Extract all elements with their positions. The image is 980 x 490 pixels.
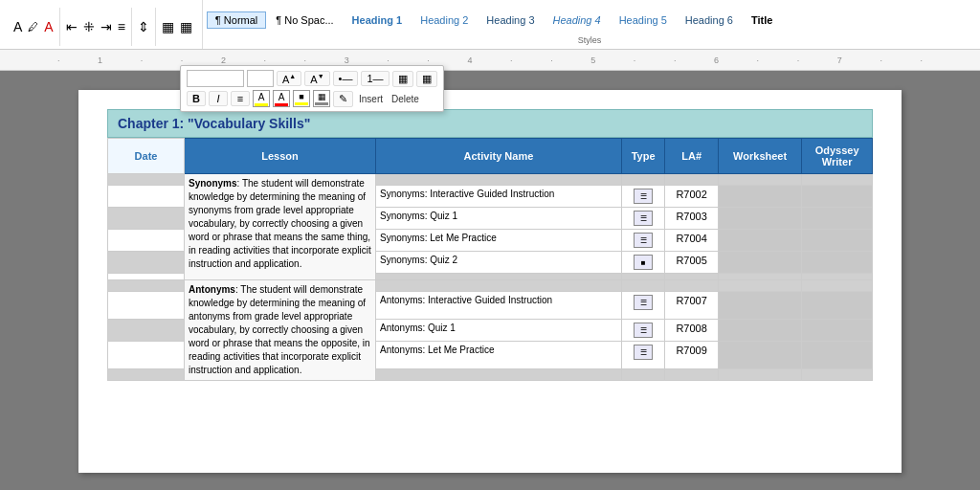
activity-name-cell: Synonyms: Quiz 1 <box>376 208 622 230</box>
activity-name-cell: Synonyms: Quiz 2 <box>376 252 622 274</box>
la-cell: R7002 <box>665 186 719 208</box>
mini-toolbar-row2: B I ≡ A A ■ ▦ ✎ Insert Delete <box>187 90 437 107</box>
la-cell: R7005 <box>665 252 719 274</box>
borders-color-btn[interactable]: ▦ <box>313 90 330 107</box>
table-row: Synonyms: The student will demonstrate k… <box>108 174 873 186</box>
style-heading2-btn[interactable]: Heading 2 <box>412 11 477 29</box>
delete-btn[interactable]: Delete <box>389 93 422 105</box>
style-heading5-btn[interactable]: Heading 5 <box>611 11 676 29</box>
styles-label: Styles <box>207 35 972 45</box>
date-header: Date <box>108 139 185 174</box>
font-grow-btn[interactable]: A▲ <box>277 71 301 87</box>
style-title-btn[interactable]: Title <box>743 11 781 29</box>
style-heading1-btn[interactable]: Heading 1 <box>344 11 412 29</box>
align-btn[interactable]: ≡ <box>231 91 250 106</box>
style-nospace-btn[interactable]: ¶ No Spac... <box>267 11 342 29</box>
insert-btn[interactable]: Insert <box>356 93 386 105</box>
font-color-a-icon[interactable]: A <box>11 17 24 36</box>
style-heading6-btn[interactable]: Heading 6 <box>677 11 742 29</box>
la-header: LA# <box>665 139 719 174</box>
align-center-icon[interactable]: ⁜ <box>81 17 97 36</box>
la-cell: R7007 <box>665 292 719 320</box>
type-header: Type <box>621 139 664 174</box>
bold-btn[interactable]: B <box>187 91 206 106</box>
align-left-icon[interactable]: ⇤ <box>64 17 79 36</box>
la-cell: R7004 <box>665 230 719 252</box>
activity-name-header: Activity Name <box>376 139 622 174</box>
shading-icon[interactable]: ▦ <box>160 17 176 36</box>
data-table: Date Lesson Activity Name Type LA# Works… <box>107 138 873 381</box>
font-color-btn[interactable]: A <box>273 90 290 107</box>
borders-icon[interactable]: ▦ <box>178 17 194 36</box>
table-header-row: Date Lesson Activity Name Type LA# Works… <box>108 139 873 174</box>
worksheet-header: Worksheet <box>718 139 801 174</box>
highlight-color-btn[interactable]: A <box>253 90 270 107</box>
odyssey-writer-header: OdysseyWriter <box>802 139 873 174</box>
antonyms-lesson-text: Antonyms: The student will demonstrate k… <box>189 283 371 377</box>
styles-section: ¶ Normal ¶ No Spac... Heading 1 Heading … <box>203 0 976 49</box>
activity-name-cell: Synonyms: Let Me Practice <box>376 230 622 252</box>
type-icon: ☰ <box>634 233 653 248</box>
type-icon: ☰ <box>634 295 653 310</box>
font-size-input[interactable] <box>247 70 274 87</box>
page-area: Chapter 1: "Vocabulary Skills" Date Less… <box>0 71 980 490</box>
la-cell: R7008 <box>665 320 719 342</box>
font-a-icon[interactable]: A <box>42 17 55 36</box>
bullets-btn[interactable]: •— <box>333 71 359 86</box>
mini-toolbar-row1: A▲ A▼ •— 1— ▦ ▦ <box>187 70 437 87</box>
shading-color-btn[interactable]: ■ <box>293 90 310 107</box>
ribbon: A 🖊 A ⇤ ⁜ ⇥ ≡ ⇕ ▦ ▦ Paragraph ¶ Normal ¶… <box>0 0 980 50</box>
type-icon: ☰ <box>634 323 653 338</box>
la-cell: R7003 <box>665 208 719 230</box>
type-icon: ■ <box>634 255 653 270</box>
highlight-icon[interactable]: 🖊 <box>26 19 40 34</box>
activity-name-cell: Synonyms: Interactive Guided Instruction <box>376 186 622 208</box>
activity-name-cell: Antonyms: Quiz 1 <box>376 320 622 342</box>
style-heading4-btn[interactable]: Heading 4 <box>545 11 610 29</box>
synonyms-lesson-cell: Synonyms: The student will demonstrate k… <box>185 174 376 280</box>
activity-name-cell: Antonyms: Interactive Guided Instruction <box>376 292 622 320</box>
justify-icon[interactable]: ≡ <box>116 17 127 36</box>
style-heading3-btn[interactable]: Heading 3 <box>478 11 543 29</box>
paint-btn[interactable]: ✎ <box>333 91 353 107</box>
synonyms-lesson-text: Synonyms: The student will demonstrate k… <box>189 177 371 271</box>
table2-btn[interactable]: ▦ <box>416 71 437 87</box>
font-shrink-btn[interactable]: A▼ <box>304 71 329 87</box>
chapter-heading: Chapter 1: "Vocabulary Skills" <box>107 109 873 138</box>
activity-name-cell: Antonyms: Let Me Practice <box>376 342 622 369</box>
type-icon: ☰ <box>634 189 653 204</box>
type-icon: ☰ <box>634 211 653 226</box>
ruler-marks: ·1 ·· 2· ·3 ·· 4· ·5 ·· 6· ·7 ·· <box>57 56 923 65</box>
italic-btn[interactable]: I <box>209 91 228 106</box>
antonyms-lesson-cell: Antonyms: The student will demonstrate k… <box>185 280 376 381</box>
la-cell: R7009 <box>665 342 719 369</box>
style-normal-btn[interactable]: ¶ Normal <box>207 11 266 29</box>
table-body: Synonyms: The student will demonstrate k… <box>108 174 873 381</box>
page: Chapter 1: "Vocabulary Skills" Date Less… <box>78 90 902 473</box>
type-icon: ☰ <box>634 345 653 360</box>
table-row: Antonyms: The student will demonstrate k… <box>108 280 873 292</box>
line-spacing-icon[interactable]: ⇕ <box>136 17 151 36</box>
align-right-icon[interactable]: ⇥ <box>99 17 114 36</box>
ruler: ·1 ·· 2· ·3 ·· 4· ·5 ·· 6· ·7 ·· <box>0 50 980 71</box>
numbering-btn[interactable]: 1— <box>361 71 389 86</box>
font-name-input[interactable] <box>187 70 244 87</box>
styles-buttons: ¶ Normal ¶ No Spac... Heading 1 Heading … <box>207 4 972 35</box>
lesson-header: Lesson <box>185 139 376 174</box>
table-btn[interactable]: ▦ <box>392 71 413 87</box>
mini-toolbar: A▲ A▼ •— 1— ▦ ▦ B I ≡ A A ■ ▦ ✎ Insert D… <box>180 65 444 112</box>
paragraph-section: A 🖊 A ⇤ ⁜ ⇥ ≡ ⇕ ▦ ▦ Paragraph <box>4 0 203 49</box>
